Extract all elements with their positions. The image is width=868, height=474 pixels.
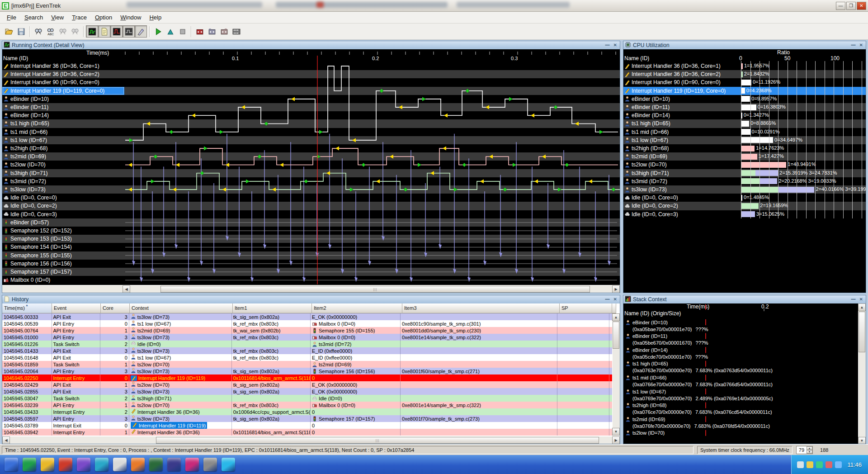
cpu-ratio-row[interactable]: ts1 high (ID=65)0=8.8865% xyxy=(623,119,866,128)
history-row[interactable]: 1045945.00333API Exit3ts3low (ID=73)tk_s… xyxy=(2,313,612,320)
save-view-button[interactable] xyxy=(15,25,27,38)
taskbar-app-6[interactable] xyxy=(95,458,108,471)
context-row[interactable]: Mailbox 0 (ID=0) xyxy=(2,276,620,284)
menu-trace[interactable]: Trace xyxy=(68,13,91,22)
context-row[interactable]: eBinder (ID=10) xyxy=(2,95,620,103)
cpu-ratio-row[interactable]: ts2mid (ID=69)1=17.427% xyxy=(623,152,866,161)
history-row[interactable]: 1045945.03047Task Switch2ts3high (ID=71)… xyxy=(2,395,612,402)
panel-minimize-icon[interactable]: — xyxy=(605,43,610,47)
view-running-context-button[interactable] xyxy=(86,25,98,38)
history-row[interactable]: 1045945.03942Interrupt Entry1Interrupt H… xyxy=(2,429,612,436)
context-row[interactable]: Interrupt Handler 90 (ID=90, Core=0) xyxy=(2,78,620,86)
history-row[interactable]: 1045945.03597API Entry3ts3low (ID=73)tk_… xyxy=(2,415,612,422)
tray-icon-5[interactable] xyxy=(835,461,842,468)
panel-minimize-icon[interactable]: — xyxy=(851,43,856,47)
cpu-ratio-row[interactable]: ts2low (ID=70)1=48.9491% xyxy=(623,161,866,169)
running-context-hscrollbar[interactable]: ◀ ||| ▶ xyxy=(2,285,620,293)
scroll-left-icon[interactable]: ◀ xyxy=(2,436,10,444)
menu-view[interactable]: View xyxy=(47,13,68,22)
cpu-ratio-row[interactable]: ts3high (ID=71)2=15.3919% 3=24.7831% xyxy=(623,169,866,177)
column-header-sp[interactable]: SP xyxy=(560,303,612,313)
cpu-ratio-row[interactable]: Idle (ID=0, Core=3)3=15.0625% xyxy=(623,210,866,218)
history-row[interactable]: 1045945.01226Task Switch2Idle (ID=0)ts3m… xyxy=(2,341,612,347)
frame-spinbox[interactable]: 79 ▲ ▼ xyxy=(796,446,813,454)
tray-icon-4[interactable] xyxy=(826,461,832,468)
cpu-ratio-row[interactable]: eBinder (ID=14)0=1.3427% xyxy=(623,111,866,119)
panel-minimize-icon[interactable]: — xyxy=(851,297,856,302)
cpu-ratio-row[interactable]: ts1 mid (ID=66)0=10.0291% xyxy=(623,128,866,136)
cpu-ratio-row[interactable]: ts3low (ID=73)2=40.0166% 3=39.199 xyxy=(623,185,866,194)
camera-1-button[interactable] xyxy=(206,25,218,38)
stack-row[interactable]: ts2mid (ID=69)(0xa076fe70/0x00000e70)7.6… xyxy=(625,416,770,429)
cpu-ratio-row[interactable]: Idle (ID=0, Core=2)2=19.1659% xyxy=(623,202,866,210)
vscroll-thumb[interactable] xyxy=(613,322,619,349)
history-row[interactable]: 1045945.02250Interrupt Entry0Interrupt H… xyxy=(2,374,612,381)
taskbar-app-12[interactable] xyxy=(203,458,217,471)
history-row[interactable]: 1045945.00539API Entry0ts1 low (ID=67)tk… xyxy=(2,320,612,327)
history-row[interactable]: 1045945.03433Interrupt Entry2Interrupt H… xyxy=(2,408,612,415)
context-row[interactable]: eBinder (ID=11) xyxy=(2,103,620,111)
cpu-ratio-row[interactable]: Interrupt Handler 119 (ID=119, Core=0)0=… xyxy=(623,87,866,95)
stack-row[interactable]: ts1 high (ID=65)(0xa0763e70/0x00000e70)7… xyxy=(625,360,773,374)
stack-context-titlebar[interactable]: Stack Context — ✕ xyxy=(623,295,866,303)
history-row[interactable]: 1045945.01433API Exit3ts3low (ID=73)tk_r… xyxy=(2,347,612,354)
find-next-button[interactable] xyxy=(69,25,81,38)
stack-row[interactable]: ts2high (ID=68)(0xa076ce70/0x00000e70)7.… xyxy=(625,402,772,416)
context-row[interactable]: ts2mid (ID=69) xyxy=(2,152,620,161)
column-header-item3[interactable]: Item3 xyxy=(402,303,560,313)
vscroll-thumb[interactable] xyxy=(859,312,865,352)
view-history-button[interactable] xyxy=(98,25,110,38)
close-button[interactable]: ✕ xyxy=(857,2,866,10)
running-context-titlebar[interactable]: Running Context (Detail View) — ✕ xyxy=(2,41,620,49)
context-row[interactable]: ts2low (ID=70) xyxy=(2,161,620,169)
panel-close-icon[interactable]: ✕ xyxy=(613,297,617,302)
panel-minimize-icon[interactable]: — xyxy=(605,297,610,302)
menu-file[interactable]: File xyxy=(3,13,20,22)
cpu-ratio-row[interactable]: Interrupt Handler 36 (ID=36, Core=1)1=1.… xyxy=(623,62,866,70)
filmstrip-button[interactable] xyxy=(230,25,242,38)
camera-2-button[interactable] xyxy=(218,25,230,38)
context-row[interactable]: Idle (ID=0, Core=3) xyxy=(2,210,620,218)
panel-close-icon[interactable]: ✕ xyxy=(613,43,617,47)
taskbar-app-8[interactable] xyxy=(131,458,145,471)
taskbar-app-13[interactable] xyxy=(222,458,235,471)
context-row[interactable]: Semaphore 152 (ID=152) xyxy=(2,227,620,235)
panel-close-icon[interactable]: ✕ xyxy=(859,43,863,47)
running-context-chart[interactable]: Time(ms) Name (ID) Interrupt Handler 36 … xyxy=(2,49,620,293)
history-row[interactable]: 1045945.03789Interrupt Exit0Interrupt Ha… xyxy=(2,422,612,429)
scroll-down-icon[interactable]: ▼ xyxy=(612,428,620,436)
context-row[interactable]: ts1 mid (ID=66) xyxy=(2,128,620,136)
scroll-left-icon[interactable]: ◀ xyxy=(123,285,130,293)
column-header-item1[interactable]: Item1 xyxy=(233,303,312,313)
history-row[interactable]: 1045945.01000API Entry3ts3low (ID=73)tk_… xyxy=(2,334,612,341)
context-row[interactable]: Semaphore 157 (ID=157) xyxy=(2,268,620,276)
stack-row[interactable]: eBinder (ID=10)(0xa05bae70/0x00001e70)??… xyxy=(625,319,708,332)
cpu-ratio-row[interactable]: eBinder (ID=10)0=9.8957% xyxy=(623,95,866,103)
taskbar-app-3[interactable] xyxy=(41,458,54,471)
context-row[interactable]: Semaphore 156 (ID=156) xyxy=(2,260,620,268)
stack-context-list[interactable]: Time(ms) 0.2 Name (ID) (Origin/Size) eBi… xyxy=(623,303,866,444)
taskbar-app-7[interactable] xyxy=(113,458,127,471)
cpu-utilization-chart[interactable]: Ratio Name (ID) 050100 Interrupt Handler… xyxy=(623,49,866,293)
stack-row[interactable]: ts1 mid (ID=66)(0xa0766e70/0x00000e70)7.… xyxy=(625,374,773,388)
taskbar-app-2[interactable] xyxy=(23,458,36,471)
context-row[interactable]: ts3mid (ID=72) xyxy=(2,177,620,185)
history-titlebar[interactable]: History — ✕ xyxy=(2,295,620,303)
cpu-ratio-row[interactable]: Idle (ID=0, Core=0)0=1.4845% xyxy=(623,194,866,202)
history-vscrollbar[interactable]: ▲ ▼ xyxy=(612,313,620,436)
context-row[interactable]: Semaphore 153 (ID=153) xyxy=(2,235,620,243)
scroll-down-icon[interactable]: ▼ xyxy=(858,437,866,444)
taskbar-app-5[interactable] xyxy=(77,458,90,471)
resume-trace-button[interactable] xyxy=(164,25,176,38)
history-row[interactable]: 1045945.03239API Entry1ts2low (ID=70)tk_… xyxy=(2,402,612,408)
spin-down-icon[interactable]: ▼ xyxy=(807,450,812,454)
column-header-item2[interactable]: Item2 xyxy=(312,303,402,313)
cpu-ratio-row[interactable]: Interrupt Handler 36 (ID=36, Core=2)2=1.… xyxy=(623,70,866,78)
history-row[interactable]: 1045945.02064API Entry3ts3low (ID=73)tk_… xyxy=(2,368,612,374)
find-button[interactable] xyxy=(32,25,44,38)
cpu-ratio-row[interactable]: ts3mid (ID=72)2=20.2168% 3=19.0033% xyxy=(623,177,866,185)
context-row[interactable]: Idle (ID=0, Core=2) xyxy=(2,202,620,210)
context-row[interactable]: ts3high (ID=71) xyxy=(2,169,620,177)
stack-row[interactable]: eBinder (ID=14)(0xa05cde70/0x00001e70)??… xyxy=(625,346,708,360)
column-header-core[interactable]: Core xyxy=(101,303,130,313)
